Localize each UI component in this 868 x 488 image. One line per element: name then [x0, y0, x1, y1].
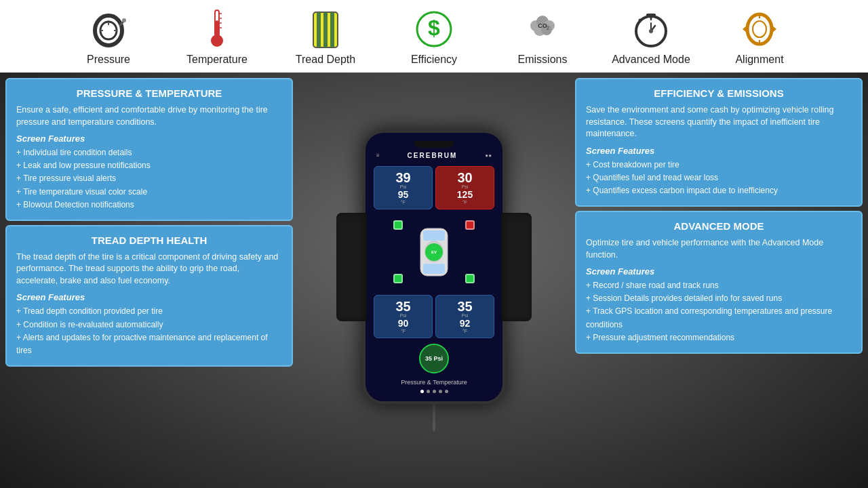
svg-point-33	[639, 19, 642, 22]
phone-notch	[414, 141, 454, 148]
tread-depth-label: Tread Depth	[296, 54, 355, 66]
emissions-label: Emissions	[518, 54, 568, 66]
tread-depth-features: + Tread depth condition provided per tir…	[16, 305, 282, 357]
efficiency-label: Efficiency	[411, 54, 457, 66]
tire-grid-bottom: 35 Psi 90 °F 35 Psi 92 °F	[371, 292, 497, 341]
dot-1	[420, 390, 424, 393]
feature-item: + Alerts and updates to for proactive ma…	[16, 331, 282, 357]
feature-item: + Session Details provides detailed info…	[586, 292, 852, 305]
rl-temp: 90	[378, 318, 428, 329]
tire-grid-top: 39 Psi 95 °F 30 Psi 125 °F	[371, 163, 497, 212]
feature-item: + Individual tire condition details	[16, 146, 282, 159]
fl-psi: 39	[378, 171, 428, 184]
phone-status-bar: ≡ CEREBRUM ●●	[371, 152, 497, 163]
nav-pressure[interactable]: Pressure	[54, 7, 163, 66]
svg-point-35	[747, 14, 772, 44]
svg-text:$: $	[428, 16, 440, 40]
fr-temp: 125	[440, 189, 490, 200]
dot-2	[427, 390, 430, 393]
advanced-mode-icon	[629, 7, 673, 51]
feature-item: + Leak and low pressure notifications	[16, 159, 282, 172]
tread-depth-desc: The tread depth of the tire is a critica…	[16, 251, 282, 287]
feature-item: + Quantifies fuel and tread wear loss	[586, 171, 852, 184]
feature-item: + Track GPS location and corresponding t…	[586, 305, 852, 331]
rr-temp: 92	[440, 318, 490, 329]
tread-depth-icon	[304, 7, 348, 51]
advanced-mode-features: + Record / share road and track runs + S…	[586, 279, 852, 344]
tire-rear-left: 35 Psi 90 °F	[374, 295, 433, 338]
top-icon-bar: Pressure Temperature	[0, 0, 868, 73]
svg-rect-42	[423, 230, 445, 241]
dot-5	[445, 390, 448, 393]
efficiency-emissions-panel: EFFICIENCY & EMISSIONS Save the environm…	[575, 78, 863, 207]
fr-psi: 30	[440, 171, 490, 184]
center-psi-badge: 35 Psi	[419, 344, 449, 373]
svg-rect-8	[216, 20, 218, 37]
nav-tread-depth[interactable]: Tread Depth	[271, 7, 380, 66]
feature-item: + Blowout Detection notifications	[16, 199, 282, 211]
advanced-mode-label: Advanced Mode	[612, 54, 690, 66]
nav-temperature[interactable]: Temperature	[163, 7, 271, 66]
tire-front-right: 30 Psi 125 °F	[435, 166, 494, 209]
svg-rect-43	[423, 264, 445, 274]
temperature-label: Temperature	[186, 54, 248, 66]
pressure-icon	[87, 7, 131, 51]
left-panels: PRESSURE & TEMPERATURE Ensure a safe, ef…	[0, 73, 298, 488]
svg-rect-17	[330, 12, 334, 47]
nav-alignment[interactable]: Alignment	[705, 7, 814, 66]
efficiency-emissions-title: EFFICIENCY & EMISSIONS	[586, 87, 852, 99]
advanced-mode-desc: Optimize tire and vehicle performance wi…	[586, 237, 852, 261]
nav-efficiency[interactable]: $ Efficiency	[380, 7, 488, 66]
nav-advanced-mode[interactable]: Advanced Mode	[597, 7, 705, 66]
efficiency-emissions-desc: Save the environment and some cash by op…	[586, 104, 852, 140]
car-display: EV	[371, 215, 497, 289]
efficiency-emissions-features: + Cost breakdown per tire + Quantifies f…	[586, 159, 852, 198]
pressure-temp-features: + Individual tire condition details + Le…	[16, 146, 282, 211]
phone: ≡ CEREBRUM ●● 39 Psi 95 °F	[363, 130, 505, 404]
feature-item: + Pressure adjustment recommendations	[586, 331, 852, 344]
advanced-mode-features-title: Screen Features	[586, 266, 852, 277]
feature-item: + Condition is re-evaluated automaticall…	[16, 319, 282, 331]
pressure-temp-desc: Ensure a safe, efficient and comfortable…	[16, 104, 282, 128]
feature-item: + Tire temperature visual color scale	[16, 186, 282, 199]
phone-holder: ≡ CEREBRUM ●● 39 Psi 95 °F	[336, 130, 532, 431]
advanced-mode-panel: ADVANCED MODE Optimize tire and vehicle …	[575, 211, 863, 354]
center-phone-area: ≡ CEREBRUM ●● 39 Psi 95 °F	[298, 73, 570, 488]
efficiency-emissions-features-title: Screen Features	[586, 146, 852, 156]
pressure-temp-title: PRESSURE & TEMPERATURE	[16, 87, 282, 99]
right-panels: EFFICIENCY & EMISSIONS Save the environm…	[570, 73, 868, 488]
nav-emissions[interactable]: CO 2 Emissions	[488, 7, 597, 66]
dot-3	[433, 390, 436, 393]
svg-rect-15	[317, 12, 321, 47]
dot-4	[439, 390, 442, 393]
feature-item: + Quantifies excess carbon impact due to…	[586, 184, 852, 197]
svg-point-6	[122, 18, 126, 22]
pagination-dots	[371, 390, 497, 393]
tread-depth-features-title: Screen Features	[16, 292, 282, 302]
svg-point-36	[753, 21, 766, 37]
usb-cable	[433, 404, 435, 431]
tire-front-left: 39 Psi 95 °F	[374, 166, 433, 209]
svg-text:CO: CO	[538, 22, 547, 29]
svg-text:2: 2	[547, 26, 549, 30]
svg-marker-38	[772, 25, 776, 33]
temperature-icon	[195, 7, 239, 51]
efficiency-icon: $	[412, 7, 456, 51]
emissions-icon: CO 2	[521, 7, 565, 51]
advanced-mode-title: ADVANCED MODE	[586, 220, 852, 232]
alignment-icon	[738, 7, 782, 51]
svg-point-9	[211, 35, 223, 47]
pressure-temp-features-title: Screen Features	[16, 134, 282, 144]
app-name-label: CEREBRUM	[408, 152, 458, 159]
tire-rear-right: 35 Psi 92 °F	[435, 295, 494, 338]
svg-point-0	[95, 16, 122, 45]
svg-point-32	[649, 29, 653, 33]
svg-rect-16	[323, 12, 328, 47]
svg-marker-37	[743, 25, 747, 33]
rr-psi: 35	[440, 300, 490, 313]
feature-item: + Tread depth condition provided per tir…	[16, 305, 282, 318]
ev-badge: EV	[425, 243, 443, 261]
pressure-label: Pressure	[87, 54, 130, 66]
fl-temp: 95	[378, 189, 428, 200]
rl-psi: 35	[378, 300, 428, 313]
